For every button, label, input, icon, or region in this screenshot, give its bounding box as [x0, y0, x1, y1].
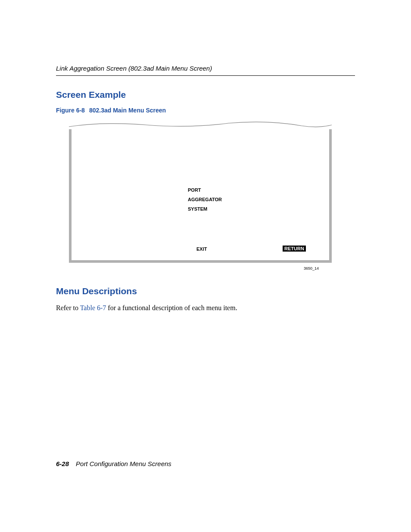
figure-id: 3650_14 — [304, 266, 319, 271]
section-heading-screen-example: Screen Example — [56, 90, 355, 100]
page-header: Link Aggregation Screen (802.3ad Main Me… — [56, 65, 355, 76]
text-after-link: for a functional description of each men… — [106, 304, 237, 311]
page-number: 6-28 — [56, 460, 69, 467]
menu-item-system[interactable]: SYSTEM — [188, 204, 222, 214]
figure-container: PORT AGGREGATOR SYSTEM EXIT RETURN 3650_… — [69, 121, 332, 263]
return-button[interactable]: RETURN — [283, 246, 306, 252]
figure-caption: Figure 6-8802.3ad Main Menu Screen — [56, 107, 355, 114]
exit-button[interactable]: EXIT — [196, 246, 207, 252]
page-footer: 6-28Port Configuration Menu Screens — [56, 460, 171, 467]
menu-item-port[interactable]: PORT — [188, 185, 222, 195]
body-paragraph: Refer to Table 6-7 for a functional desc… — [56, 303, 355, 313]
torn-edge-icon — [69, 121, 332, 129]
figure-number: Figure 6-8 — [56, 107, 85, 114]
menu-item-aggregator[interactable]: AGGREGATOR — [188, 195, 222, 204]
table-reference-link[interactable]: Table 6-7 — [80, 304, 106, 311]
text-before-link: Refer to — [56, 304, 80, 311]
section-heading-menu-descriptions: Menu Descriptions — [56, 286, 355, 296]
footer-title: Port Configuration Menu Screens — [76, 460, 171, 467]
terminal-screen: PORT AGGREGATOR SYSTEM EXIT RETURN — [69, 129, 332, 263]
figure-title: 802.3ad Main Menu Screen — [89, 107, 166, 114]
